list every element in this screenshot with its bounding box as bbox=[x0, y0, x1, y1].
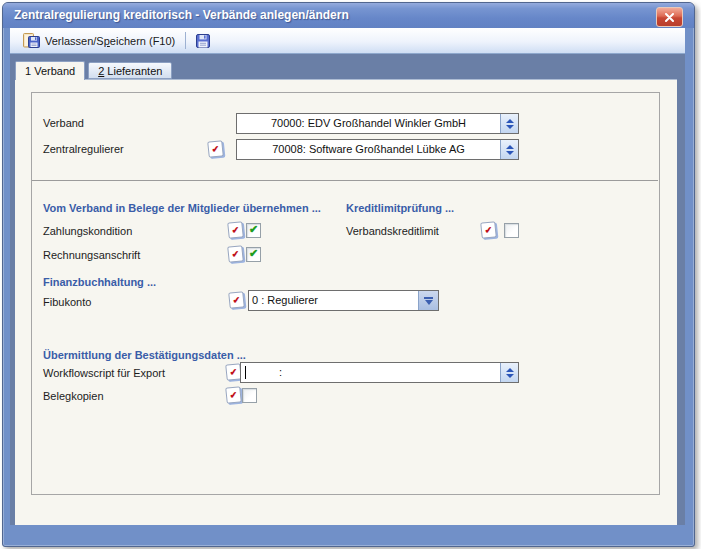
red-check-icon: ✔ bbox=[229, 367, 237, 377]
verbandskreditlimit-checkbox[interactable] bbox=[504, 223, 519, 238]
spin-up-icon bbox=[506, 119, 514, 123]
zahlungskondition-checkbox[interactable]: ✔ bbox=[246, 223, 261, 238]
workflowscript-label: Workflowscript für Export bbox=[43, 367, 165, 379]
title-bar[interactable]: Zentralregulierung kreditorisch - Verbän… bbox=[3, 3, 694, 28]
fibukonto-label: Fibukonto bbox=[43, 296, 91, 308]
fibukonto-modified-flag-icon[interactable]: ✔ bbox=[228, 291, 245, 308]
red-check-icon: ✔ bbox=[484, 225, 492, 235]
rechnungsanschrift-label: Rechnungsanschrift bbox=[43, 249, 140, 261]
zentralregulierer-modified-flag-icon[interactable]: ✔ bbox=[207, 140, 224, 157]
section-finanzbuchhaltung-header: Finanzbuchhaltung ... bbox=[43, 276, 156, 288]
section-uebermittlung-header: Übermittlung der Bestätigungsdaten ... bbox=[43, 349, 246, 361]
fibukonto-dropdown-value: 0 : Regulierer bbox=[249, 291, 418, 310]
red-check-icon: ✔ bbox=[211, 144, 219, 154]
spin-down-icon bbox=[506, 374, 514, 378]
workflowscript-input-value: : bbox=[241, 363, 500, 382]
red-check-icon: ✔ bbox=[232, 295, 240, 305]
exit-save-icon bbox=[23, 33, 40, 48]
tab-verband[interactable]: 1 Verband bbox=[15, 61, 85, 80]
save-button[interactable] bbox=[189, 30, 217, 51]
red-check-icon: ✔ bbox=[229, 390, 237, 400]
belegkopien-label: Belegkopien bbox=[43, 390, 104, 402]
zentralregulierer-combo[interactable]: 70008: Software Großhandel Lübke AG bbox=[236, 139, 519, 160]
spin-down-icon bbox=[506, 151, 514, 155]
tab-verband-label: 1 Verband bbox=[25, 65, 75, 77]
verbandskreditlimit-label: Verbandskreditlimit bbox=[346, 225, 439, 237]
verbandskreditlimit-modified-flag-icon[interactable]: ✔ bbox=[480, 221, 497, 238]
workflowscript-spinner-button[interactable] bbox=[500, 363, 518, 382]
zentralregulierer-combo-value: 70008: Software Großhandel Lübke AG bbox=[237, 140, 500, 159]
exit-save-button[interactable]: Verlassen/Speichern (F10) bbox=[16, 30, 182, 51]
window-title: Zentralregulierung kreditorisch - Verbän… bbox=[14, 8, 349, 22]
workflowscript-input[interactable]: : bbox=[240, 362, 519, 383]
app-window: Zentralregulierung kreditorisch - Verbän… bbox=[2, 2, 695, 547]
green-check-icon: ✔ bbox=[249, 224, 258, 235]
toolbar: Verlassen/Speichern (F10) bbox=[10, 28, 685, 54]
exit-save-label: Verlassen/Speichern (F10) bbox=[45, 35, 175, 47]
fibukonto-dropdown[interactable]: 0 : Regulierer bbox=[248, 290, 439, 311]
verband-spinner-button[interactable] bbox=[500, 114, 518, 133]
verband-label: Verband bbox=[43, 117, 84, 129]
zahlungskondition-modified-flag-icon[interactable]: ✔ bbox=[227, 221, 244, 238]
section-separator bbox=[32, 180, 658, 181]
spin-up-icon bbox=[506, 368, 514, 372]
spin-down-icon bbox=[506, 125, 514, 129]
section-uebernehmen-header: Vom Verband in Belege der Mitglieder übe… bbox=[43, 202, 321, 214]
tab-panel-verband: Verband 70000: EDV Großhandel Winkler Gm… bbox=[15, 79, 677, 525]
zahlungskondition-label: Zahlungskondition bbox=[43, 225, 132, 237]
zentralregulierer-label: Zentralregulierer bbox=[43, 143, 124, 155]
screen: Zentralregulierung kreditorisch - Verbän… bbox=[0, 0, 701, 549]
red-check-icon: ✔ bbox=[231, 225, 239, 235]
red-check-icon: ✔ bbox=[231, 249, 239, 259]
fibukonto-dropdown-button[interactable] bbox=[418, 291, 438, 310]
belegkopien-checkbox[interactable] bbox=[242, 388, 257, 403]
close-icon bbox=[665, 13, 674, 22]
dropdown-arrow-icon bbox=[425, 300, 433, 305]
tab-lieferanten[interactable]: 2 Lieferanten bbox=[88, 62, 172, 79]
verband-combo[interactable]: 70000: EDV Großhandel Winkler GmbH bbox=[236, 113, 519, 134]
close-button[interactable] bbox=[656, 7, 683, 27]
belegkopien-modified-flag-icon[interactable]: ✔ bbox=[225, 386, 242, 403]
rechnungsanschrift-modified-flag-icon[interactable]: ✔ bbox=[227, 245, 244, 262]
dropdown-arrow-icon bbox=[424, 297, 433, 299]
spin-up-icon bbox=[506, 145, 514, 149]
rechnungsanschrift-checkbox[interactable]: ✔ bbox=[246, 247, 261, 262]
zentralregulierer-spinner-button[interactable] bbox=[500, 140, 518, 159]
tab-lieferanten-label: 2 Lieferanten bbox=[98, 65, 162, 77]
save-icon bbox=[196, 34, 210, 48]
toolbar-separator bbox=[185, 32, 186, 49]
client-area: 1 Verband 2 Lieferanten Verband 70000: E… bbox=[10, 54, 685, 525]
section-kreditlimit-header: Kreditlimitprüfung ... bbox=[346, 202, 454, 214]
verband-combo-value: 70000: EDV Großhandel Winkler GmbH bbox=[237, 114, 500, 133]
green-check-icon: ✔ bbox=[249, 248, 258, 259]
text-caret bbox=[245, 366, 246, 379]
tab-strip: 1 Verband 2 Lieferanten bbox=[15, 61, 172, 79]
